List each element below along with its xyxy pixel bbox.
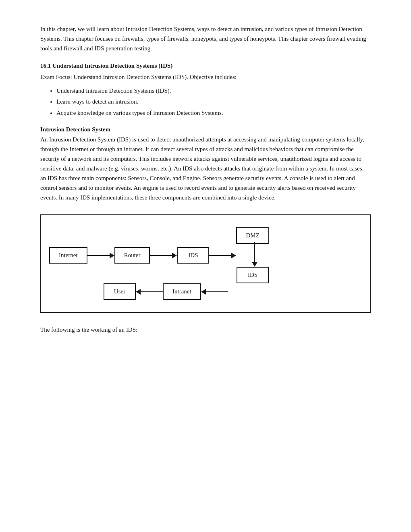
following-text: The following is the working of an IDS: <box>40 325 371 335</box>
arrow-router-ids <box>150 253 177 258</box>
exam-focus: Exam Focus: Understand Intrusion Detecti… <box>40 72 371 82</box>
arrow-intranet-user <box>136 289 163 295</box>
bullet-item-1: Understand Intrusion Detection Systems (… <box>56 86 371 96</box>
section-title: 16.1 Understand Intrusion Detection Syst… <box>40 61 371 71</box>
dmz-ids-column: DMZ IDS <box>236 227 269 283</box>
diagram-bottom-row: User Intranet <box>104 283 362 300</box>
ids-bottom-right-node: IDS <box>237 267 269 283</box>
internet-node: Internet <box>49 247 87 264</box>
subsection-title: Intrusion Detection System <box>40 126 371 133</box>
bullet-item-3: Acquire knowledge on various types of In… <box>56 108 371 118</box>
router-node: Router <box>114 247 150 264</box>
arrow-down <box>252 242 257 267</box>
arrow-ids-intranet <box>201 289 228 295</box>
diagram-top-row: Internet Router IDS DMZ IDS <box>49 227 362 283</box>
arrow-internet-router <box>87 253 114 258</box>
intro-paragraph: In this chapter, we will learn about Int… <box>40 24 371 53</box>
ids-top-node: IDS <box>177 247 209 264</box>
ids-paragraph: An Intrusion Detection System (IDS) is u… <box>40 135 371 202</box>
dmz-node: DMZ <box>236 227 269 244</box>
bullet-item-2: Learn ways to detect an intrusion. <box>56 97 371 107</box>
arrow-ids-dmz <box>209 253 236 258</box>
user-node: User <box>104 283 136 300</box>
ids-diagram: Internet Router IDS DMZ IDS <box>40 214 371 313</box>
bullet-list: Understand Intrusion Detection Systems (… <box>56 86 371 118</box>
intranet-node: Intranet <box>163 283 201 300</box>
